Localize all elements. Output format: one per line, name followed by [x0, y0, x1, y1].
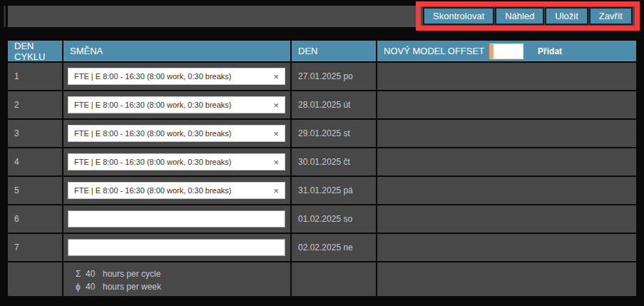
- date-cell: 29.01.2025 st: [292, 120, 376, 147]
- phi-icon: ϕ: [76, 282, 86, 292]
- offset-cell: [377, 120, 636, 147]
- cycle-day-value: 4: [14, 157, 19, 167]
- shift-cell: FTE | E 8:00 - 16:30 (8:00 work, 0:30 br…: [63, 177, 290, 204]
- hours-per-week: ϕ 40 hours per week: [70, 281, 290, 292]
- shift-value: FTE | E 8:00 - 16:30 (8:00 work, 0:30 br…: [74, 72, 269, 81]
- shift-combobox[interactable]: FTE | E 8:00 - 16:30 (8:00 work, 0:30 br…: [68, 125, 285, 142]
- offset-cell: [377, 148, 636, 175]
- date-cell: 31.01.2025 pá: [292, 177, 376, 204]
- cycle-day-cell: 1: [8, 63, 62, 90]
- offset-cell: [377, 63, 636, 90]
- shift-combobox[interactable]: FTE | E 8:00 - 16:30 (8:00 work, 0:30 br…: [68, 182, 285, 199]
- shift-cell: FTE | E 8:00 - 16:30 (8:00 work, 0:30 br…: [63, 120, 290, 147]
- cycle-day-cell: 6: [8, 205, 62, 233]
- hours-per-cycle-label: hours per cycle: [103, 269, 160, 279]
- summary-empty-cell: [292, 262, 376, 296]
- offset-cell: [377, 205, 636, 233]
- shift-cell: [63, 234, 290, 261]
- summary-row: Σ 40 hours per cycle ϕ 40 hours per week: [8, 262, 636, 296]
- shift-cell: FTE | E 8:00 - 16:30 (8:00 work, 0:30 br…: [63, 148, 290, 175]
- header-shift-label: SMĚNA: [70, 46, 103, 56]
- clear-icon[interactable]: ×: [269, 72, 279, 81]
- table-row: 6 01.02.2025 so: [8, 205, 636, 233]
- add-button[interactable]: Přidat: [538, 46, 562, 56]
- cycle-day-cell: 7: [8, 234, 62, 261]
- shift-cell: [63, 205, 290, 233]
- highlight-annotation: Skontrolovat Náhled Uložit Zavřít: [416, 1, 640, 31]
- header-cycle-day-label: DEN CYKLU: [14, 41, 62, 61]
- offset-label: NOVÝ MODEL OFFSET: [384, 46, 484, 56]
- clear-icon[interactable]: ×: [269, 158, 279, 167]
- shift-model-editor: Skontrolovat Náhled Uložit Zavřít DEN CY…: [0, 0, 644, 306]
- cycle-day-value: 3: [14, 128, 19, 138]
- shift-value: FTE | E 8:00 - 16:30 (8:00 work, 0:30 br…: [74, 186, 269, 195]
- shift-value: FTE | E 8:00 - 16:30 (8:00 work, 0:30 br…: [74, 158, 269, 166]
- date-cell: 01.02.2025 so: [292, 205, 376, 233]
- table-row: 7 02.02.2025 ne: [8, 234, 636, 261]
- shift-input[interactable]: [68, 239, 285, 256]
- hours-per-cycle-value: 40: [86, 269, 103, 279]
- save-button[interactable]: Uložit: [545, 7, 588, 25]
- date-cell: 02.02.2025 ne: [292, 234, 376, 261]
- date-value: 27.01.2025 po: [298, 71, 353, 81]
- date-value: 30.01.2025 čt: [298, 157, 350, 167]
- clear-icon[interactable]: ×: [269, 129, 279, 138]
- date-cell: 28.01.2025 út: [292, 91, 376, 118]
- offset-cell: [377, 177, 636, 204]
- hours-per-week-value: 40: [86, 282, 103, 292]
- header-day-label: DEN: [298, 46, 317, 56]
- cycle-day-cell: 2: [8, 91, 62, 118]
- cycle-day-cell: 4: [8, 148, 62, 175]
- cycle-day-value: 2: [14, 100, 19, 110]
- shift-combobox[interactable]: FTE | E 8:00 - 16:30 (8:00 work, 0:30 br…: [68, 96, 285, 113]
- offset-input[interactable]: [489, 44, 523, 59]
- shift-value: FTE | E 8:00 - 16:30 (8:00 work, 0:30 br…: [74, 129, 269, 138]
- cycle-day-value: 5: [14, 185, 19, 195]
- sigma-icon: Σ: [76, 269, 86, 279]
- date-cell: 27.01.2025 po: [292, 63, 376, 90]
- table-row: 1 FTE | E 8:00 - 16:30 (8:00 work, 0:30 …: [8, 63, 636, 90]
- cycle-day-cell: 3: [8, 120, 62, 147]
- shift-combobox[interactable]: FTE | E 8:00 - 16:30 (8:00 work, 0:30 br…: [68, 153, 285, 170]
- shift-cell: FTE | E 8:00 - 16:30 (8:00 work, 0:30 br…: [63, 91, 290, 118]
- header-shift: SMĚNA: [63, 41, 290, 61]
- shift-cell: FTE | E 8:00 - 16:30 (8:00 work, 0:30 br…: [63, 63, 290, 90]
- header-day: DEN: [292, 41, 376, 61]
- hours-per-cycle: Σ 40 hours per cycle: [70, 268, 290, 280]
- offset-cell: [377, 234, 636, 261]
- date-value: 01.02.2025 so: [298, 214, 352, 224]
- table-row: 2 FTE | E 8:00 - 16:30 (8:00 work, 0:30 …: [8, 91, 636, 118]
- summary-hours-cell: Σ 40 hours per cycle ϕ 40 hours per week: [63, 262, 290, 296]
- cycle-table: DEN CYKLU SMĚNA DEN NOVÝ MODEL OFFSET Př…: [8, 41, 636, 297]
- date-value: 29.01.2025 st: [298, 128, 350, 138]
- cycle-day-value: 1: [14, 71, 19, 81]
- shift-input[interactable]: [68, 210, 285, 228]
- clear-icon[interactable]: ×: [269, 186, 279, 195]
- date-value: 28.01.2025 út: [298, 100, 350, 110]
- preview-button[interactable]: Náhled: [495, 7, 544, 25]
- cycle-day-cell: 5: [8, 177, 62, 204]
- shift-value: FTE | E 8:00 - 16:30 (8:00 work, 0:30 br…: [74, 101, 269, 109]
- cycle-day-value: 7: [14, 243, 19, 253]
- window-edge-decoration: [4, 6, 6, 27]
- offset-cell: [377, 91, 636, 118]
- date-value: 02.02.2025 ne: [298, 243, 353, 253]
- date-cell: 30.01.2025 čt: [292, 148, 376, 175]
- clear-icon[interactable]: ×: [269, 101, 279, 110]
- summary-empty-cell: [377, 262, 636, 296]
- close-button[interactable]: Zavřít: [589, 7, 633, 25]
- cycle-day-value: 6: [14, 214, 19, 224]
- table-header-row: DEN CYKLU SMĚNA DEN NOVÝ MODEL OFFSET Př…: [8, 41, 636, 61]
- table-row: 4 FTE | E 8:00 - 16:30 (8:00 work, 0:30 …: [8, 148, 636, 175]
- table-row: 3 FTE | E 8:00 - 16:30 (8:00 work, 0:30 …: [8, 120, 636, 147]
- header-new-model-offset: NOVÝ MODEL OFFSET Přidat: [377, 41, 636, 61]
- shift-combobox[interactable]: FTE | E 8:00 - 16:30 (8:00 work, 0:30 br…: [68, 68, 285, 85]
- summary-empty-cell: [8, 262, 62, 296]
- table-row: 5 FTE | E 8:00 - 16:30 (8:00 work, 0:30 …: [8, 177, 636, 204]
- check-button[interactable]: Skontrolovat: [423, 7, 494, 25]
- date-value: 31.01.2025 pá: [298, 185, 353, 195]
- hours-per-week-label: hours per week: [103, 282, 161, 292]
- header-cycle-day: DEN CYKLU: [8, 41, 62, 61]
